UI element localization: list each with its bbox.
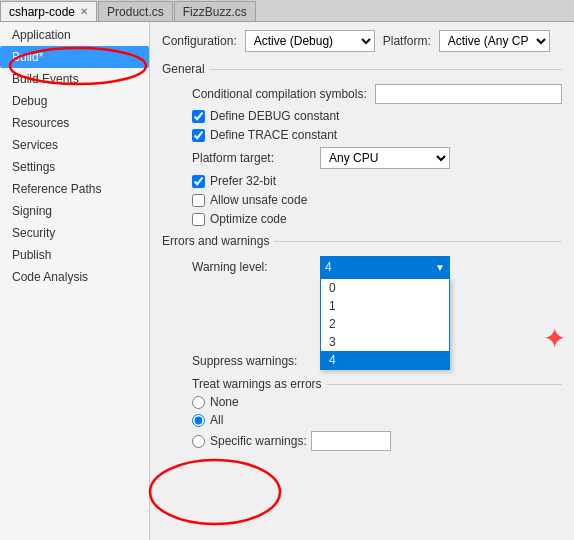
optimize-checkbox[interactable] <box>192 213 205 226</box>
errors-warnings-section-header: Errors and warnings <box>162 234 562 248</box>
sidebar-item-application[interactable]: Application <box>0 24 149 46</box>
specific-warnings-input[interactable] <box>311 431 391 451</box>
tab-bar: csharp-code ✕ Product.cs FizzBuzz.cs <box>0 0 574 22</box>
tab-label: Product.cs <box>107 5 164 19</box>
radio-specific[interactable] <box>192 435 205 448</box>
option-2[interactable]: 2 <box>321 315 449 333</box>
define-debug-checkbox[interactable] <box>192 110 205 123</box>
platform-label: Platform: <box>383 34 431 48</box>
config-row: Configuration: Active (Debug) Platform: … <box>162 30 562 52</box>
radio-none[interactable] <box>192 396 205 409</box>
warning-level-label: Warning level: <box>192 256 312 278</box>
define-trace-checkbox[interactable] <box>192 129 205 142</box>
radio-none-row: None <box>192 395 562 409</box>
define-debug-label: Define DEBUG constant <box>210 109 339 123</box>
option-3[interactable]: 3 <box>321 333 449 351</box>
sidebar-item-signing[interactable]: Signing <box>0 200 149 222</box>
dropdown-arrow-icon: ▼ <box>435 262 445 273</box>
option-1[interactable]: 1 <box>321 297 449 315</box>
tab-label: csharp-code <box>9 5 75 19</box>
radio-all-label: All <box>210 413 223 427</box>
tab-product-cs[interactable]: Product.cs <box>98 1 173 21</box>
configuration-select[interactable]: Active (Debug) <box>245 30 375 52</box>
sidebar-item-code-analysis[interactable]: Code Analysis <box>0 266 149 288</box>
warning-level-dropdown[interactable]: 4 ▼ 0 1 2 3 4 <box>320 256 450 278</box>
config-label: Configuration: <box>162 34 237 48</box>
option-0[interactable]: 0 <box>321 279 449 297</box>
close-icon[interactable]: ✕ <box>80 6 88 17</box>
optimize-row: Optimize code <box>162 212 562 226</box>
sidebar: Application Build* Build Events Debug Re… <box>0 22 150 540</box>
conditional-label: Conditional compilation symbols: <box>192 87 367 101</box>
treat-warnings-section: Treat warnings as errors <box>162 377 562 391</box>
allow-unsafe-row: Allow unsafe code <box>162 193 562 207</box>
content-panel: Configuration: Active (Debug) Platform: … <box>150 22 574 540</box>
sidebar-item-build-events[interactable]: Build Events <box>0 68 149 90</box>
sidebar-item-services[interactable]: Services <box>0 134 149 156</box>
sidebar-item-build[interactable]: Build* <box>0 46 149 68</box>
prefer-32bit-row: Prefer 32-bit <box>162 174 562 188</box>
sidebar-item-reference-paths[interactable]: Reference Paths <box>0 178 149 200</box>
sidebar-item-publish[interactable]: Publish <box>0 244 149 266</box>
radio-section: None All Specific warnings: <box>162 395 562 451</box>
radio-none-label: None <box>210 395 239 409</box>
tab-csharp-code[interactable]: csharp-code ✕ <box>0 1 97 21</box>
define-debug-row: Define DEBUG constant <box>162 109 562 123</box>
main-layout: Application Build* Build Events Debug Re… <box>0 22 574 540</box>
prefer-32bit-checkbox[interactable] <box>192 175 205 188</box>
sidebar-item-security[interactable]: Security <box>0 222 149 244</box>
tab-fizzbuzz-cs[interactable]: FizzBuzz.cs <box>174 1 256 21</box>
platform-target-label: Platform target: <box>192 151 312 165</box>
tab-label: FizzBuzz.cs <box>183 5 247 19</box>
radio-specific-label: Specific warnings: <box>210 434 307 448</box>
optimize-label: Optimize code <box>210 212 287 226</box>
platform-target-row: Platform target: Any CPU <box>162 147 562 169</box>
radio-all-row: All <box>192 413 562 427</box>
warning-level-row: Warning level: 4 ▼ 0 1 2 3 4 <box>162 256 562 278</box>
general-section-header: General <box>162 62 562 76</box>
platform-target-select[interactable]: Any CPU <box>320 147 450 169</box>
sidebar-item-debug[interactable]: Debug <box>0 90 149 112</box>
radio-all[interactable] <box>192 414 205 427</box>
sidebar-item-settings[interactable]: Settings <box>0 156 149 178</box>
option-4[interactable]: 4 <box>321 351 449 369</box>
warning-level-list: 0 1 2 3 4 <box>320 278 450 370</box>
define-trace-row: Define TRACE constant <box>162 128 562 142</box>
warning-level-value: 4 <box>325 260 332 274</box>
allow-unsafe-checkbox[interactable] <box>192 194 205 207</box>
platform-select[interactable]: Active (Any CP <box>439 30 550 52</box>
warning-level-btn[interactable]: 4 ▼ <box>320 256 450 278</box>
prefer-32bit-label: Prefer 32-bit <box>210 174 276 188</box>
radio-specific-row: Specific warnings: <box>192 431 562 451</box>
suppress-warnings-label: Suppress warnings: <box>192 350 312 372</box>
allow-unsafe-label: Allow unsafe code <box>210 193 307 207</box>
conditional-input[interactable] <box>375 84 562 104</box>
conditional-row: Conditional compilation symbols: <box>162 84 562 104</box>
sidebar-item-resources[interactable]: Resources <box>0 112 149 134</box>
define-trace-label: Define TRACE constant <box>210 128 337 142</box>
